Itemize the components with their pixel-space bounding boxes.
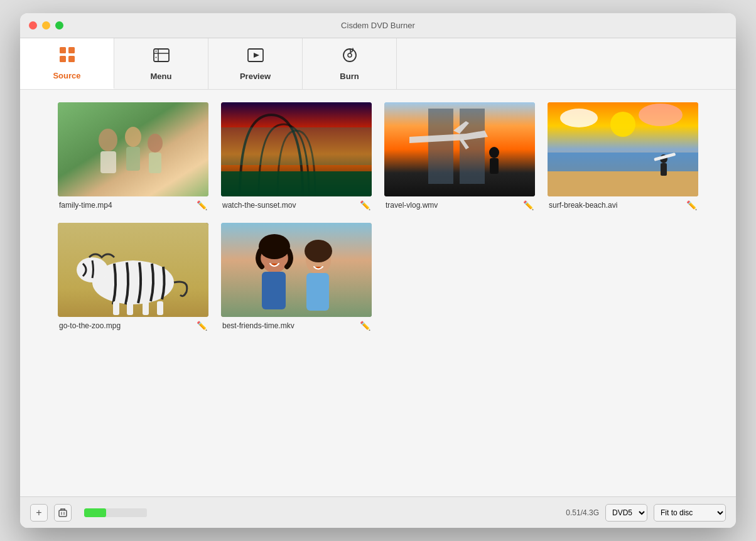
svg-rect-27 — [490, 158, 499, 174]
tab-burn[interactable]: Burn — [303, 38, 397, 89]
svg-rect-42 — [143, 301, 149, 315]
svg-rect-49 — [306, 273, 329, 311]
svg-point-14 — [99, 129, 117, 151]
delete-button[interactable] — [54, 504, 72, 522]
video-name-row-surf: surf-break-beach.avi ✏️ — [548, 196, 698, 210]
svg-rect-35 — [661, 163, 667, 176]
edit-icon-friends[interactable]: ✏️ — [360, 321, 370, 331]
video-item-travel[interactable]: travel-vlog.wmv ✏️ — [384, 102, 535, 210]
edit-icon-sunset[interactable]: ✏️ — [360, 200, 370, 210]
svg-rect-15 — [100, 151, 116, 173]
thumbnail-friends — [221, 223, 372, 317]
app-window: Cisdem DVD Burner Source — [20, 13, 736, 528]
bottombar: + 0.51/4.3G DVD5 DVD9 Fit to disc Best q… — [20, 496, 736, 528]
tab-menu[interactable]: Menu — [114, 38, 208, 89]
video-item-sunset[interactable]: watch-the-sunset.mov ✏️ — [221, 102, 372, 210]
video-filename-surf: surf-break-beach.avi — [549, 201, 686, 210]
svg-point-18 — [148, 134, 163, 153]
video-item-surf[interactable]: surf-break-beach.avi ✏️ — [548, 102, 698, 210]
video-name-row-travel: travel-vlog.wmv ✏️ — [384, 196, 535, 210]
window-title: Cisdem DVD Burner — [341, 21, 415, 30]
window-controls — [29, 21, 63, 29]
svg-rect-33 — [548, 171, 698, 196]
video-name-row-friends: best-friends-time.mkv ✏️ — [221, 317, 372, 331]
edit-icon-travel[interactable]: ✏️ — [523, 200, 534, 210]
tab-source[interactable]: Source — [20, 38, 114, 89]
tab-preview-label: Preview — [240, 72, 271, 81]
thumbnail-zebra — [58, 223, 208, 317]
svg-point-30 — [560, 109, 598, 127]
svg-rect-43 — [157, 301, 163, 315]
svg-rect-2 — [60, 56, 66, 62]
svg-rect-32 — [548, 153, 698, 171]
video-filename-family: family-time.mp4 — [59, 201, 197, 210]
thumbnail-travel — [384, 102, 535, 196]
svg-point-29 — [610, 112, 635, 137]
progress-bar-fill — [84, 508, 106, 517]
video-filename-friends: best-friends-time.mkv — [222, 321, 360, 330]
svg-rect-3 — [68, 56, 75, 62]
video-item-zebra[interactable]: go-to-the-zoo.mpg ✏️ — [58, 223, 208, 331]
source-icon — [58, 46, 76, 67]
svg-point-12 — [348, 53, 352, 57]
svg-rect-46 — [262, 272, 286, 309]
svg-rect-24 — [428, 109, 453, 184]
tab-preview[interactable]: Preview — [208, 38, 303, 89]
video-name-row-zebra: go-to-the-zoo.mpg ✏️ — [58, 317, 208, 331]
svg-point-50 — [305, 240, 332, 262]
svg-rect-51 — [59, 510, 67, 517]
video-item-friends[interactable]: best-friends-time.mkv ✏️ — [221, 223, 372, 331]
edit-icon-zebra[interactable]: ✏️ — [197, 321, 207, 331]
svg-rect-41 — [127, 301, 133, 315]
storage-label: 0.51/4.3G — [566, 508, 599, 517]
disc-type-select[interactable]: DVD5 DVD9 — [605, 504, 647, 522]
video-filename-travel: travel-vlog.wmv — [386, 201, 523, 210]
svg-marker-10 — [254, 53, 259, 58]
main-content: family-time.mp4 ✏️ — [20, 90, 736, 496]
video-item-family[interactable]: family-time.mp4 ✏️ — [58, 102, 208, 210]
menu-icon — [153, 46, 170, 68]
burn-icon — [341, 46, 359, 68]
svg-rect-17 — [126, 147, 140, 171]
svg-rect-22 — [221, 171, 372, 196]
video-name-row-sunset: watch-the-sunset.mov ✏️ — [221, 196, 372, 210]
thumbnail-sunset — [221, 102, 372, 196]
tab-burn-label: Burn — [340, 72, 359, 81]
fit-mode-select[interactable]: Fit to disc Best quality No transcoding — [654, 504, 726, 522]
close-button[interactable] — [29, 21, 37, 29]
thumbnail-family — [58, 102, 208, 196]
svg-point-8 — [155, 57, 156, 58]
preview-icon — [247, 46, 264, 68]
svg-point-26 — [489, 147, 499, 158]
svg-rect-25 — [460, 109, 485, 184]
titlebar: Cisdem DVD Burner — [20, 13, 736, 38]
toolbar: Source Menu Previ — [20, 38, 736, 90]
thumbnail-surf — [548, 102, 698, 196]
svg-point-47 — [259, 234, 290, 259]
add-button[interactable]: + — [30, 504, 48, 522]
svg-rect-21 — [221, 127, 372, 165]
svg-point-7 — [155, 51, 156, 52]
svg-point-11 — [343, 49, 356, 62]
video-name-row-family: family-time.mp4 ✏️ — [58, 196, 208, 210]
tab-source-label: Source — [53, 71, 80, 80]
video-filename-sunset: watch-the-sunset.mov — [222, 201, 360, 210]
svg-rect-44 — [221, 223, 372, 317]
svg-rect-19 — [149, 153, 161, 173]
video-filename-zebra: go-to-the-zoo.mpg — [59, 321, 197, 330]
edit-icon-family[interactable]: ✏️ — [197, 200, 207, 210]
svg-rect-1 — [68, 47, 75, 53]
edit-icon-surf[interactable]: ✏️ — [686, 200, 697, 210]
svg-rect-40 — [113, 301, 119, 315]
svg-point-31 — [639, 104, 683, 126]
video-grid: family-time.mp4 ✏️ — [58, 102, 698, 331]
minimize-button[interactable] — [42, 21, 50, 29]
maximize-button[interactable] — [55, 21, 63, 29]
svg-point-16 — [125, 127, 141, 147]
svg-rect-0 — [60, 47, 66, 53]
progress-bar-container — [84, 508, 147, 517]
tab-menu-label: Menu — [151, 72, 172, 81]
